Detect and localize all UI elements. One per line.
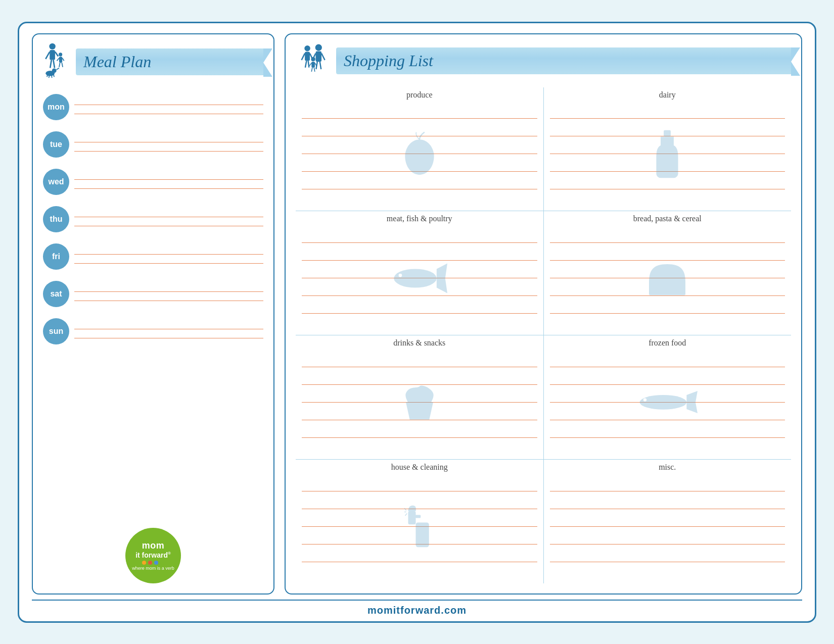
svg-line-24 — [308, 61, 309, 67]
category-misc: misc. — [544, 460, 792, 583]
day-lines-tue — [74, 137, 263, 152]
meal-plan-title: Meal Plan — [83, 53, 151, 71]
svg-line-10 — [59, 62, 60, 67]
svg-rect-41 — [649, 290, 685, 295]
day-line — [74, 287, 263, 292]
misc-icon-wrap — [550, 474, 785, 579]
house-title: house & cleaning — [302, 463, 537, 472]
svg-point-38 — [394, 269, 437, 287]
day-circle-thu: thu — [43, 206, 69, 232]
days-list: mon tue — [43, 91, 263, 520]
day-circle-wed: wed — [43, 169, 69, 195]
misc-lines — [550, 474, 785, 579]
shopping-row-meat-bread: meat, fish & poultry — [296, 211, 791, 335]
svg-rect-46 — [408, 511, 415, 524]
logo-mom: mom — [142, 540, 165, 551]
dairy-title: dairy — [550, 90, 785, 100]
svg-rect-32 — [311, 62, 315, 68]
produce-icon-wrap — [302, 102, 537, 207]
dot-4 — [160, 561, 164, 565]
dairy-icon-wrap — [550, 102, 785, 207]
house-icon-wrap — [302, 474, 537, 579]
shopping-panel: Shopping List produce — [285, 33, 802, 595]
day-circle-mon: mon — [43, 94, 69, 120]
svg-line-8 — [57, 58, 59, 61]
day-line — [74, 333, 263, 338]
day-line — [74, 250, 263, 255]
frozen-food-icon — [637, 391, 698, 414]
main-container: Meal Plan mon tue — [18, 22, 816, 623]
day-lines-mon — [74, 100, 263, 114]
svg-point-44 — [643, 399, 646, 402]
shopping-title: Shopping List — [344, 52, 433, 70]
svg-line-3 — [55, 52, 58, 56]
day-circle-sun: sun — [43, 318, 69, 344]
svg-line-35 — [311, 67, 312, 71]
produce-title: produce — [302, 90, 537, 100]
shopping-content: produce — [296, 87, 791, 583]
bottle-icon — [654, 130, 681, 178]
svg-line-28 — [321, 53, 325, 60]
day-lines-wed — [74, 175, 263, 189]
svg-line-16 — [52, 74, 52, 78]
category-house: house & cleaning — [296, 460, 544, 583]
day-row-tue: tue — [43, 131, 263, 158]
meal-plan-header: Meal Plan — [43, 42, 263, 82]
drinks-title: drinks & snacks — [302, 338, 537, 348]
svg-line-11 — [62, 62, 63, 67]
svg-point-42 — [640, 395, 687, 410]
day-line — [74, 184, 263, 189]
svg-point-0 — [49, 43, 55, 49]
apple-icon — [397, 131, 442, 177]
day-lines-sun — [74, 324, 263, 338]
svg-marker-39 — [437, 263, 447, 293]
svg-marker-43 — [687, 391, 698, 413]
svg-rect-37 — [664, 130, 671, 136]
svg-point-25 — [315, 44, 322, 51]
day-line — [74, 296, 263, 301]
svg-point-40 — [398, 273, 402, 277]
svg-line-2 — [45, 52, 50, 59]
dot-2 — [148, 561, 152, 565]
shopping-row-drinks-frozen: drinks & snacks — [296, 335, 791, 460]
fish-icon — [392, 263, 447, 293]
bread-title: bread, pasta & cereal — [550, 214, 785, 223]
dot-1 — [142, 561, 146, 565]
logo-forward: it forward® — [135, 551, 171, 559]
logo-area: mom it forward® where mom is a verb — [43, 528, 263, 583]
svg-line-36 — [314, 67, 315, 71]
svg-line-30 — [320, 62, 321, 69]
logo-dots — [142, 561, 164, 565]
dot-3 — [154, 561, 158, 565]
day-line — [74, 137, 263, 142]
svg-rect-26 — [316, 51, 322, 62]
svg-line-18 — [57, 68, 59, 70]
svg-rect-20 — [305, 52, 310, 61]
shopping-row-produce-dairy: produce — [296, 87, 791, 212]
day-line — [74, 175, 263, 180]
footer-website: momitforward.com — [367, 605, 467, 616]
shopping-row-house-misc: house & cleaning — [296, 460, 791, 583]
meal-plan-banner: Meal Plan — [76, 48, 263, 75]
category-bread: bread, pasta & cereal — [544, 211, 792, 335]
category-meat: meat, fish & poultry — [296, 211, 544, 335]
day-line — [74, 259, 263, 264]
day-row-fri: fri — [43, 243, 263, 270]
footer: momitforward.com — [32, 600, 802, 616]
misc-title: misc. — [550, 463, 785, 472]
category-dairy: dairy — [544, 87, 792, 211]
svg-point-19 — [304, 45, 310, 52]
top-panels: Meal Plan mon tue — [32, 33, 802, 595]
meal-plan-panel: Meal Plan mon tue — [32, 33, 274, 595]
day-line — [74, 221, 263, 226]
category-frozen: frozen food — [544, 335, 792, 459]
day-line — [74, 146, 263, 152]
day-line — [74, 109, 263, 114]
svg-point-13 — [52, 68, 57, 73]
category-produce: produce — [296, 87, 544, 211]
svg-point-6 — [59, 53, 62, 56]
day-line — [74, 100, 263, 105]
svg-rect-47 — [415, 515, 421, 518]
meat-icon-wrap — [302, 225, 537, 331]
meat-title: meat, fish & poultry — [302, 214, 537, 223]
